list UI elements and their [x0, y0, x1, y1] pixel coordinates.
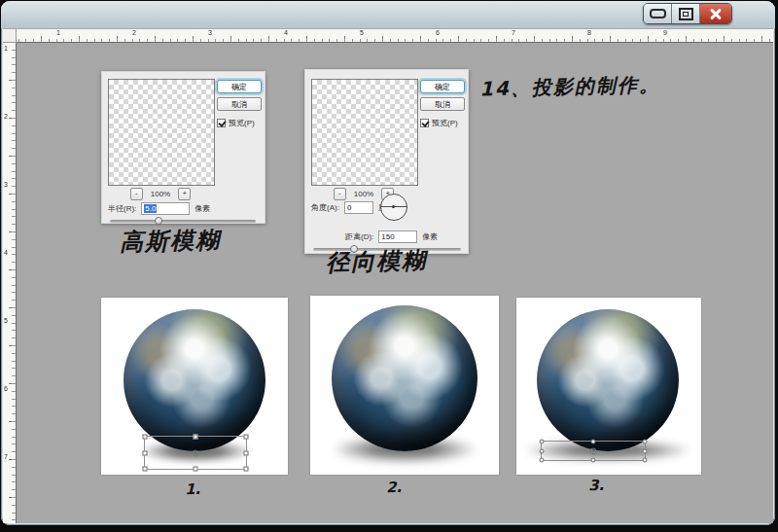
selection-handle[interactable] [143, 467, 148, 472]
zoom-out-button[interactable]: - [334, 188, 346, 200]
ruler-tick-label: 1 [4, 45, 8, 52]
shadow-transform-selection[interactable] [541, 441, 646, 461]
blur-preview-pane[interactable] [311, 79, 418, 186]
window-titlebar[interactable] [1, 1, 775, 28]
ruler-tick-label: 1 [56, 29, 60, 36]
selection-center-mark [193, 449, 199, 456]
ruler-tick-label: 2 [4, 113, 8, 120]
ruler-tick-label: 7 [512, 29, 515, 36]
preview-checkbox[interactable] [217, 119, 226, 127]
selection-handle[interactable] [194, 435, 198, 440]
angle-dial-center [392, 205, 395, 208]
preview-checkbox-label: 预览(P) [432, 118, 458, 128]
earth-globe-image [124, 309, 265, 451]
close-button[interactable] [700, 4, 731, 23]
blur-preview-pane[interactable] [108, 79, 215, 186]
angle-label: 角度(A): [311, 202, 339, 213]
angle-dial[interactable] [380, 194, 407, 221]
selection-center-mark [590, 447, 597, 454]
ruler-tick-label: 9 [663, 29, 667, 36]
ruler-tick-label: 3 [4, 181, 8, 188]
ruler-horizontal: 123456789 [3, 29, 773, 43]
ruler-vertical: 1234567 [3, 42, 17, 523]
distance-unit: 像素 [422, 231, 438, 242]
gaussian-blur-caption: 高斯模糊 [120, 225, 222, 259]
minimize-button[interactable] [644, 4, 672, 23]
app-window: 123456789 1234567 确定 取消 预览(P) - 100% + [1, 1, 775, 525]
earth-example-panel-1 [101, 298, 288, 475]
ruler-tick-label: 7 [4, 453, 8, 460]
panel-number-1: 1. [185, 480, 201, 498]
ok-button[interactable]: 确定 [420, 80, 465, 93]
handwritten-note: 14、投影的制作。 [479, 72, 660, 103]
selection-handle[interactable] [540, 448, 545, 453]
document-area: 123456789 1234567 确定 取消 预览(P) - 100% + [3, 28, 773, 523]
ruler-tick-label: 5 [4, 317, 8, 324]
close-icon [709, 7, 723, 20]
ruler-tick-label: 6 [4, 385, 8, 392]
shadow-transform-selection[interactable] [144, 436, 247, 470]
selection-handle[interactable] [643, 440, 648, 444]
cancel-button[interactable]: 取消 [420, 97, 465, 111]
selection-handle[interactable] [591, 440, 596, 444]
earth-example-panel-3 [516, 298, 701, 475]
selection-handle[interactable] [143, 435, 148, 440]
window-controls [643, 3, 732, 24]
screenshot-root: 123456789 1234567 确定 取消 预览(P) - 100% + [0, 0, 778, 532]
selection-handle[interactable] [194, 467, 198, 472]
ok-button[interactable]: 确定 [217, 80, 262, 93]
maximize-button[interactable] [672, 4, 700, 23]
selection-handle[interactable] [643, 448, 648, 453]
selection-handle[interactable] [244, 450, 249, 455]
maximize-icon [679, 8, 693, 20]
cancel-button[interactable]: 取消 [217, 97, 262, 111]
radius-label: 半径(R): [108, 203, 136, 214]
ruler-tick-label: 3 [208, 29, 212, 36]
panel-number-2: 2. [386, 479, 403, 496]
radial-blur-caption: 径向模糊 [326, 245, 428, 279]
preview-checkbox-label: 预览(P) [229, 118, 255, 128]
ruler-tick-label: 6 [436, 29, 440, 36]
minimize-icon [650, 9, 666, 18]
gaussian-blur-dialog: 确定 取消 预览(P) - 100% + 半径(R): 5.0 [101, 71, 265, 224]
radius-slider[interactable] [110, 220, 256, 223]
motion-blur-dialog: 确定 取消 预览(P) - 100% + 角度(A): 0 [304, 69, 469, 254]
distance-value: 150 [381, 232, 394, 241]
ruler-corner [3, 29, 17, 43]
distance-input[interactable]: 150 [378, 231, 417, 243]
angle-value: 0 [347, 203, 351, 212]
angle-input[interactable]: 0 [344, 201, 373, 214]
zoom-level: 100% [151, 190, 170, 198]
radius-input[interactable]: 5.0 [141, 202, 190, 215]
selection-handle[interactable] [540, 440, 545, 444]
radius-unit: 像素 [194, 203, 210, 214]
selection-handle[interactable] [244, 467, 249, 472]
distance-label: 距离(D): [345, 231, 373, 242]
earth-globe-image [332, 305, 477, 451]
selection-handle[interactable] [540, 458, 545, 463]
ruler-tick-label: 5 [360, 29, 364, 36]
selection-handle[interactable] [244, 435, 249, 440]
selection-handle[interactable] [591, 458, 596, 463]
radius-value: 5.0 [144, 204, 157, 213]
zoom-level: 100% [354, 190, 373, 198]
selection-handle[interactable] [643, 458, 648, 463]
zoom-in-button[interactable]: + [178, 188, 191, 200]
ruler-tick-label: 4 [4, 249, 8, 256]
selection-handle[interactable] [143, 450, 148, 455]
panel-number-3: 3. [588, 477, 605, 494]
radius-slider-thumb[interactable] [155, 217, 162, 225]
ruler-tick-label: 4 [284, 29, 288, 36]
ruler-tick-label: 8 [587, 29, 591, 36]
preview-checkbox[interactable] [420, 119, 429, 127]
earth-globe-image [537, 309, 679, 451]
earth-example-panel-2 [310, 296, 499, 475]
zoom-out-button[interactable]: - [130, 188, 143, 200]
ruler-tick-label: 2 [132, 29, 136, 36]
